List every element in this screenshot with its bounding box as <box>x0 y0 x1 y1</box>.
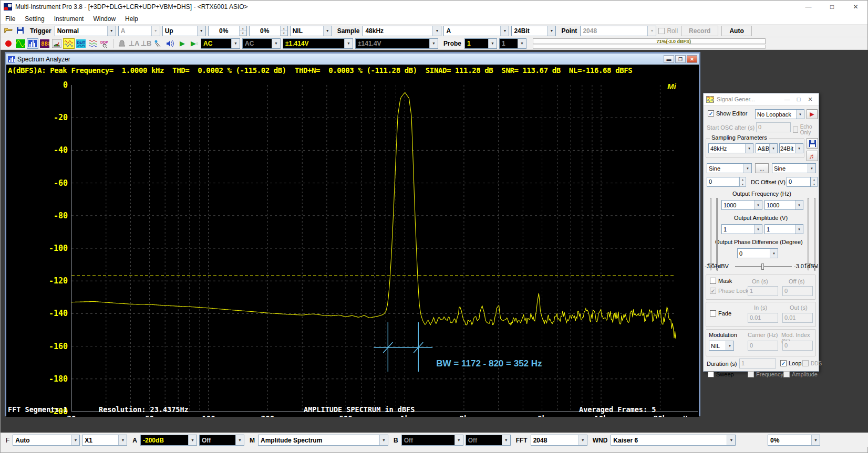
amplitude-b-select[interactable]: 1▼ <box>764 224 803 234</box>
sg-music-notes-button[interactable]: ♬ <box>807 151 818 161</box>
ddp-viewer-icon[interactable]: DDP <box>99 38 111 49</box>
checkbox-check-icon: ✓ <box>710 288 716 294</box>
auto-button[interactable]: Auto <box>721 26 751 36</box>
waveform-b-select[interactable]: Sine▼ <box>772 163 816 173</box>
level-slider-a-right[interactable] <box>808 198 809 270</box>
amplitude-a-select[interactable]: 1▼ <box>721 224 762 234</box>
resolution-text: Resolution: 23.4375Hz <box>99 405 189 414</box>
sg-sample-rate-select[interactable]: 48kHz▼ <box>708 143 753 153</box>
trigger-edge-select[interactable]: Up▼ <box>162 26 206 36</box>
spectrum-minimize-button[interactable]: ▬ <box>664 55 674 63</box>
trigger-delay-spinner[interactable]: 0%▲▼ <box>249 26 288 36</box>
minimize-button[interactable]: — <box>797 1 820 13</box>
spectrum-mode-select[interactable]: Amplitude Spectrum▼ <box>258 435 388 446</box>
sg-channels-select[interactable]: A&B▼ <box>756 143 778 153</box>
waveform-a-select[interactable]: Sine▼ <box>707 163 752 173</box>
checkbox-icon <box>708 371 714 377</box>
balance-slider[interactable] <box>735 266 792 267</box>
play-icon[interactable]: ▶ <box>177 38 188 49</box>
spectrum-analyzer-icon[interactable] <box>27 38 38 49</box>
loopback-select[interactable]: No Loopback▼ <box>755 109 804 119</box>
trigger-mode-select[interactable]: Normal▼ <box>55 26 116 36</box>
menu-window[interactable]: Window <box>88 13 120 25</box>
coupling-a-select[interactable]: AC▼ <box>201 38 240 49</box>
b-filter-select: Off▼ <box>466 435 511 446</box>
sg-bits-select[interactable]: 24Bit▼ <box>779 143 803 153</box>
spectrum-close-button[interactable]: ✕ <box>687 55 697 63</box>
sg-save-button[interactable] <box>807 138 818 149</box>
level-slider-b-left[interactable] <box>716 198 718 270</box>
menu-file[interactable]: File <box>1 13 20 25</box>
spectrum-restore-button[interactable]: ❐ <box>675 55 686 63</box>
range-a-select[interactable]: ±1.414V▼ <box>283 38 353 49</box>
maximize-button[interactable]: □ <box>820 1 844 13</box>
spectrum-plot[interactable]: 0-20-40-60-80-100-120-140-160-180-200205… <box>6 77 699 415</box>
oscilloscope-icon[interactable] <box>15 38 26 49</box>
level-slider-b-right[interactable] <box>814 198 815 270</box>
frequency-b-select[interactable]: 1000▼ <box>764 200 803 210</box>
probe-a-select[interactable]: 1▼ <box>464 38 497 49</box>
sample-channel-select[interactable]: A▼ <box>443 26 509 36</box>
waveform-more-button[interactable]: ... <box>755 163 769 173</box>
sample-bits-select[interactable]: 24Bit▼ <box>511 26 556 36</box>
wnd-label: WND <box>590 437 611 444</box>
overlap-select[interactable]: 0%▼ <box>768 435 820 446</box>
zoom-select[interactable]: X1▼ <box>82 435 127 446</box>
show-editor-checkbox[interactable]: ✓Show Editor <box>708 110 747 117</box>
spectrum-3d-icon[interactable] <box>87 38 99 49</box>
menu-instrument[interactable]: Instrument <box>49 13 89 25</box>
gauge-icon[interactable] <box>51 38 63 49</box>
play-loop-icon[interactable]: ▶○ <box>189 38 200 49</box>
loop-checkbox[interactable]: ✓Loop <box>780 360 801 366</box>
record-icon[interactable] <box>3 38 14 49</box>
close-button[interactable]: ✕ <box>844 1 867 13</box>
input-level-meter-a: 71%(-3.0 dBFS) <box>533 38 766 44</box>
frequency-a-select[interactable]: 1000▼ <box>721 200 762 210</box>
window-function-select[interactable]: Kaiser 6▼ <box>611 435 736 446</box>
y-tick-label: -80 <box>54 211 68 220</box>
a-filter-select[interactable]: Off▼ <box>199 435 244 446</box>
spectrum-title-bar[interactable]: Spectrum Analyzer ▬ ❐ ✕ <box>6 54 699 65</box>
refresh-mode-select[interactable]: Auto▼ <box>13 435 80 446</box>
b-range-select: Off▼ <box>401 435 463 446</box>
sg-minimize-button[interactable]: — <box>781 94 793 104</box>
dut-icon[interactable]: DUT <box>75 38 87 49</box>
probe-calibration-icon[interactable] <box>152 38 164 49</box>
x-tick-label: 20k <box>654 414 667 417</box>
a-range-select[interactable]: -200dB▼ <box>140 435 197 446</box>
menu-setting[interactable]: Setting <box>20 13 49 25</box>
save-icon[interactable] <box>15 26 26 36</box>
level-slider-a-left[interactable] <box>710 198 711 270</box>
multimeter-icon[interactable]: 888 <box>39 38 50 49</box>
spin-up-icon[interactable]: ▲ <box>240 26 246 31</box>
signal-generator-icon[interactable] <box>63 38 75 49</box>
dc-offset-b-input[interactable]: 0 <box>787 177 811 187</box>
dc-offset-a-input[interactable]: 0 <box>707 177 739 187</box>
menu-help[interactable]: Help <box>120 13 143 25</box>
spin-down-icon[interactable]: ▼ <box>240 31 246 36</box>
fft-size-select[interactable]: 2048▼ <box>531 435 587 446</box>
dbv-left-label: -3.01dBV <box>705 263 729 269</box>
sample-rate-select[interactable]: 48kHz▼ <box>363 26 441 36</box>
modulation-mode-select[interactable]: NIL▼ <box>709 341 734 351</box>
slider-thumb[interactable] <box>761 264 764 270</box>
phase-select[interactable]: 0▼ <box>737 248 778 258</box>
y-tick-label: -20 <box>54 113 68 122</box>
dc-offset-a-spinner[interactable]: ▲▼ <box>739 177 746 187</box>
trigger-hpf-select[interactable]: NIL▼ <box>290 26 332 36</box>
plot-status-line: FFT Segments:1 Resolution: 23.4375Hz AMP… <box>6 405 699 414</box>
chevron-down-icon: ▼ <box>432 26 441 36</box>
sg-close-button[interactable]: ✕ <box>804 94 816 104</box>
mask-checkbox[interactable]: Mask <box>710 278 732 284</box>
dc-offset-b-spinner[interactable]: ▲▼ <box>811 177 818 187</box>
spin-up-icon[interactable]: ▲ <box>281 26 287 31</box>
open-folder-icon[interactable] <box>3 26 14 36</box>
sweep-checkbox[interactable]: Sweep <box>708 371 734 377</box>
sg-play-button[interactable]: ▶ <box>807 109 818 119</box>
spin-down-icon[interactable]: ▼ <box>281 31 287 36</box>
sg-maximize-button[interactable]: □ <box>793 94 804 104</box>
trigger-level-spinner[interactable]: 0%▲▼ <box>208 26 247 36</box>
speaker-icon[interactable] <box>164 38 176 49</box>
signal-generator-title-bar[interactable]: Signal Gener... — □ ✕ <box>704 93 819 106</box>
fade-checkbox[interactable]: Fade <box>710 310 731 317</box>
